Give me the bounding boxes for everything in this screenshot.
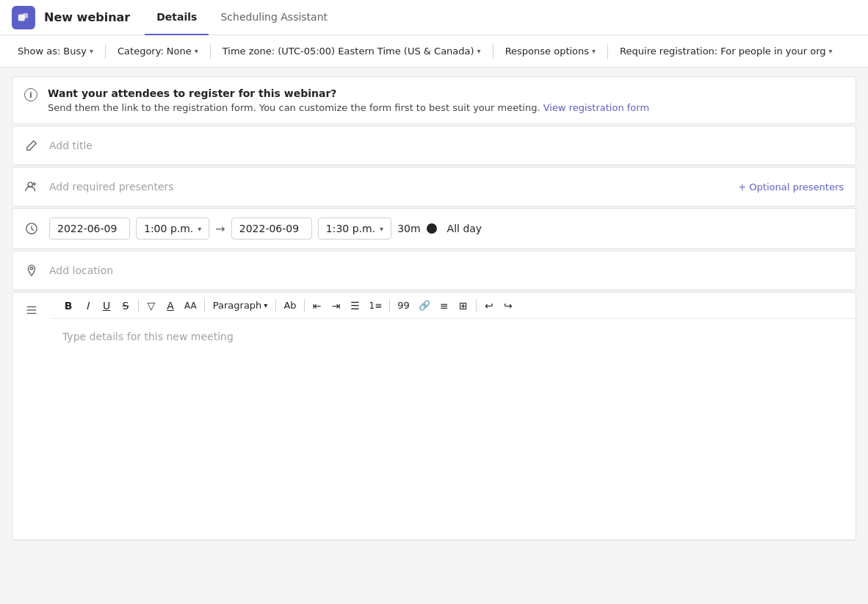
editor-content: B I U S ▽ A AA Paragraph ▾ Ab — [51, 292, 856, 539]
options-toolbar: Show as: Busy ▾ Category: None ▾ Time zo… — [0, 35, 868, 68]
main-content: i Want your attendees to register for th… — [0, 68, 868, 604]
italic-button[interactable]: I — [79, 298, 96, 314]
editor-icon-col — [12, 292, 51, 539]
title-row: Add title — [12, 126, 856, 165]
sep-3 — [493, 44, 493, 59]
start-date-picker[interactable]: 2022-06-09 — [49, 217, 130, 240]
strikethrough-button[interactable]: S — [117, 298, 134, 314]
nav-tabs: Details Scheduling Assistant — [145, 0, 339, 35]
response-options-label: Response options — [505, 46, 589, 57]
clock-icon — [24, 221, 39, 236]
sep-1 — [105, 44, 106, 59]
info-icon: i — [24, 88, 37, 101]
view-registration-form-link[interactable]: View registration form — [543, 102, 649, 113]
info-banner-card: i Want your attendees to register for th… — [12, 76, 856, 124]
datetime-row-card: 2022-06-09 1:00 p.m. ▾ → 2022-06-09 1:30… — [12, 208, 856, 249]
header: New webinar Details Scheduling Assistant — [0, 0, 868, 35]
start-time-value: 1:00 p.m. — [144, 223, 193, 234]
editor-body[interactable]: Type details for this new meeting — [51, 319, 856, 539]
svg-point-4 — [30, 267, 33, 270]
info-title: Want your attendees to register for this… — [48, 87, 649, 99]
table-button[interactable]: ⊞ — [455, 298, 472, 314]
timezone-value: (UTC-05:00) Eastern Time (US & Canada) — [278, 46, 474, 57]
bullets-button[interactable]: ☰ — [347, 298, 364, 314]
toolbar-sep-6 — [476, 299, 477, 312]
tab-scheduling-assistant[interactable]: Scheduling Assistant — [209, 0, 339, 35]
timezone-label: Time zone: — [223, 46, 275, 57]
toolbar-sep-3 — [275, 299, 276, 312]
end-time-value: 1:30 p.m. — [326, 223, 375, 234]
font-size-button[interactable]: AA — [181, 298, 200, 313]
underline-button[interactable]: U — [98, 298, 115, 314]
end-date-picker[interactable]: 2022-06-09 — [231, 217, 312, 240]
numbering-button[interactable]: 1≡ — [366, 298, 386, 313]
toolbar-sep-4 — [304, 299, 305, 312]
tab-details[interactable]: Details — [145, 0, 209, 35]
teams-logo-icon — [17, 11, 30, 24]
indent-decrease-button[interactable]: ⇤ — [308, 298, 326, 314]
info-content: Want your attendees to register for this… — [48, 87, 649, 113]
styles-button[interactable]: Ab — [280, 298, 300, 313]
bold-button[interactable]: B — [59, 298, 77, 314]
title-input-area[interactable]: Add title — [49, 140, 844, 151]
category-chevron-icon: ▾ — [195, 47, 198, 55]
quote-button[interactable]: 99 — [394, 298, 413, 313]
highlight-button[interactable]: A — [162, 298, 179, 314]
location-icon — [24, 263, 39, 278]
list-icon — [24, 303, 39, 317]
optional-presenters-button[interactable]: + Optional presenters — [738, 181, 844, 193]
redo-button[interactable]: ↪ — [499, 298, 517, 314]
show-as-chevron-icon: ▾ — [90, 47, 93, 55]
info-banner: i Want your attendees to register for th… — [12, 77, 856, 123]
category-value: None — [167, 46, 192, 57]
undo-button[interactable]: ↩ — [480, 298, 498, 314]
paragraph-chevron-icon: ▾ — [264, 301, 267, 309]
timezone-dropdown[interactable]: Time zone: (UTC-05:00) Eastern Time (US … — [217, 43, 487, 60]
category-label: Category: — [117, 46, 164, 57]
font-color-button[interactable]: ▽ — [142, 298, 160, 314]
location-placeholder: Add location — [49, 265, 113, 276]
datetime-row: 2022-06-09 1:00 p.m. ▾ → 2022-06-09 1:30… — [12, 209, 856, 248]
app-icon — [12, 6, 35, 29]
pencil-icon — [24, 138, 39, 153]
title-placeholder: Add title — [49, 140, 93, 151]
toolbar-sep-5 — [389, 299, 390, 312]
location-row: Add location — [12, 251, 856, 290]
location-row-card: Add location — [12, 251, 856, 290]
link-button[interactable]: 🔗 — [415, 298, 434, 313]
show-as-dropdown[interactable]: Show as: Busy ▾ — [12, 43, 99, 60]
allday-label[interactable]: All day — [447, 223, 482, 234]
datetime-controls: 2022-06-09 1:00 p.m. ▾ → 2022-06-09 1:30… — [49, 217, 482, 240]
response-options-dropdown[interactable]: Response options ▾ — [499, 43, 601, 60]
paragraph-dropdown[interactable]: Paragraph ▾ — [209, 297, 272, 314]
title-row-card: Add title — [12, 126, 856, 165]
start-date-value: 2022-06-09 — [57, 223, 117, 234]
svg-rect-1 — [23, 12, 28, 18]
timezone-chevron-icon: ▾ — [477, 47, 481, 55]
show-as-label: Show as: — [18, 46, 60, 57]
sep-4 — [607, 44, 608, 59]
datetime-arrow-icon: → — [215, 222, 225, 236]
editor-wrapper: B I U S ▽ A AA Paragraph ▾ Ab — [12, 292, 856, 540]
paragraph-label: Paragraph — [213, 300, 262, 311]
registration-chevron-icon: ▾ — [829, 47, 833, 55]
indent-increase-button[interactable]: ⇥ — [328, 298, 345, 314]
align-button[interactable]: ≡ — [435, 298, 453, 314]
start-time-chevron-icon: ▾ — [198, 225, 201, 233]
start-time-picker[interactable]: 1:00 p.m. ▾ — [136, 217, 209, 240]
presenters-row-card: Add required presenters + Optional prese… — [12, 167, 856, 206]
end-time-chevron-icon: ▾ — [380, 225, 383, 233]
presenters-input-area[interactable]: Add required presenters — [49, 181, 728, 193]
sep-2 — [210, 44, 211, 59]
editor-card: B I U S ▽ A AA Paragraph ▾ Ab — [12, 292, 856, 541]
registration-dropdown[interactable]: Require registration: For people in your… — [614, 43, 838, 60]
end-time-picker[interactable]: 1:30 p.m. ▾ — [318, 217, 391, 240]
allday-toggle-icon[interactable] — [427, 223, 437, 234]
datetime-inputs: 2022-06-09 1:00 p.m. ▾ → 2022-06-09 1:30… — [49, 217, 844, 240]
location-input-area[interactable]: Add location — [49, 265, 844, 276]
end-date-value: 2022-06-09 — [239, 223, 299, 234]
presenter-icon — [24, 179, 39, 194]
show-as-value: Busy — [63, 46, 87, 57]
info-description: Send them the link to the registration f… — [48, 102, 649, 113]
category-dropdown[interactable]: Category: None ▾ — [112, 43, 204, 60]
